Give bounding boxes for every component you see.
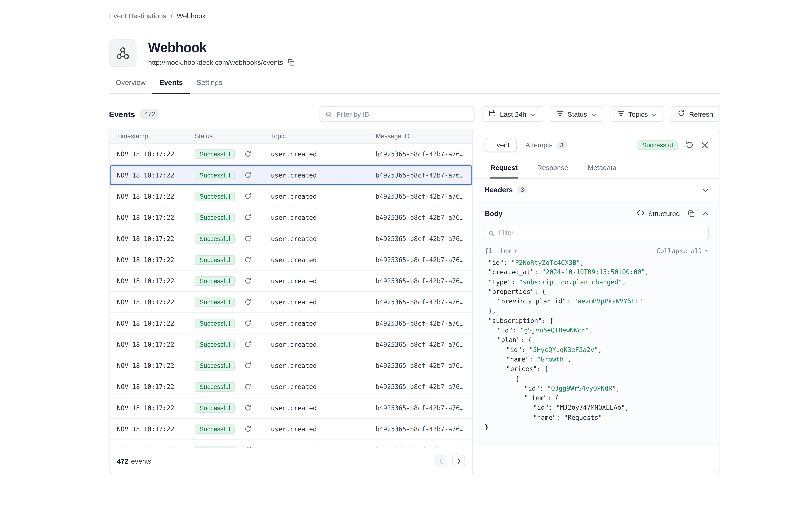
copy-url-icon[interactable] — [288, 59, 295, 66]
table-header: Timestamp Status Topic Message ID — [110, 129, 472, 144]
retry-icon[interactable] — [244, 193, 251, 200]
webhook-url: http://mock.hookdeck.com/webhooks/events — [148, 58, 283, 66]
json-line: "previous_plan_id": "aezmBVpPksWVY6FT" — [485, 297, 708, 306]
filter-by-id-input[interactable] — [320, 106, 474, 122]
row-message-id: b4925365-b8cf-42b7-a76… — [376, 341, 472, 348]
retry-icon[interactable] — [244, 299, 251, 305]
row-status-badge: Successful — [195, 319, 235, 328]
subtab-response[interactable]: Response — [536, 159, 569, 178]
tab-settings[interactable]: Settings — [190, 79, 229, 93]
table-row[interactable]: NOV 18 10:17:22Successfuluser.createdb49… — [110, 165, 472, 186]
row-timestamp: NOV 18 10:17:22 — [110, 214, 195, 221]
table-row[interactable]: NOV 18 10:17:22Successfuluser.createdb49… — [110, 292, 472, 313]
code-icon — [637, 209, 644, 217]
retry-icon[interactable] — [244, 404, 251, 411]
table-row[interactable]: NOV 18 10:17:22Successfuluser.createdb49… — [110, 313, 472, 334]
row-message-id: b4925365-b8cf-42b7-a76… — [376, 235, 472, 242]
refresh-button[interactable]: Refresh — [671, 106, 720, 122]
json-line: "name": "Requests" — [485, 413, 708, 422]
retry-icon[interactable] — [244, 256, 251, 263]
tab-overview[interactable]: Overview — [109, 79, 152, 93]
table-row[interactable]: NOV 18 10:17:22Successfuluser.createdb49… — [110, 186, 472, 207]
retry-icon[interactable] — [244, 235, 251, 242]
headers-section-toggle[interactable]: Headers 3 — [473, 178, 720, 201]
subtab-metadata[interactable]: Metadata — [587, 159, 617, 178]
table-row[interactable]: NOV 18 10:17:22Successfuluser.createdb49… — [110, 355, 472, 376]
retry-icon[interactable] — [244, 341, 251, 348]
table-row[interactable]: NOV 18 10:17:22Successfuluser.createdb49… — [110, 334, 472, 355]
body-label: Body — [485, 209, 503, 217]
close-panel-icon[interactable] — [702, 142, 708, 148]
table-row[interactable]: NOV 18 10:17:22Successfuluser.createdb49… — [110, 249, 472, 270]
retry-icon[interactable] — [244, 151, 251, 157]
filter-lines-icon — [556, 110, 563, 118]
time-range-button[interactable]: Last 24h — [482, 106, 542, 122]
retry-icon[interactable] — [244, 383, 251, 390]
topics-filter-button[interactable]: Topics — [610, 106, 664, 122]
json-line: "name": "Growth", — [485, 355, 708, 364]
table-row[interactable]: NOV 18 10:17:22Successfuluser.createdb49… — [110, 398, 472, 419]
headers-label: Headers — [485, 186, 513, 193]
breadcrumb-parent[interactable]: Event Destinations — [109, 12, 166, 20]
collapse-all-button[interactable]: Collapse all↑ — [656, 247, 708, 255]
calendar-icon — [489, 110, 496, 118]
arrow-up-icon: ↑ — [514, 248, 517, 255]
table-row[interactable]: NOV 18 10:17:22Successfuluser.createdb49… — [110, 270, 472, 292]
json-items-label[interactable]: {1 item↑ — [485, 247, 517, 255]
row-message-id: b4925365-b8cf-42b7-a76… — [376, 193, 472, 200]
body-filter-input[interactable] — [484, 226, 709, 240]
pagination-next-button[interactable] — [452, 455, 465, 468]
event-detail-panel: Event Attempts 3 Successful — [473, 129, 720, 474]
breadcrumb: Event Destinations / Webhook — [109, 12, 720, 20]
json-line: "id": "5HycQYuqK3eF5a2v", — [485, 345, 708, 355]
retry-icon[interactable] — [244, 447, 251, 448]
row-timestamp: NOV 18 10:17:22 — [110, 277, 195, 285]
table-row[interactable]: NOV 18 10:17:22Successfuluser.createdb49… — [110, 440, 472, 448]
row-status-badge: Successful — [195, 213, 235, 222]
table-row[interactable]: NOV 18 10:17:22Successfuluser.createdb49… — [110, 207, 472, 228]
table-row[interactable]: NOV 18 10:17:22Successfuluser.createdb49… — [110, 419, 472, 440]
json-line: "id": "QJgg9WrS4vyQPNdR", — [485, 384, 708, 394]
retry-icon[interactable] — [244, 277, 251, 284]
events-card: Timestamp Status Topic Message ID NOV 18… — [109, 129, 720, 474]
chevron-up-icon[interactable] — [702, 212, 708, 215]
panel-tab-event[interactable]: Event — [485, 138, 517, 152]
pagination-prev-button[interactable] — [434, 455, 447, 468]
table-row[interactable]: NOV 18 10:17:22Successfuluser.createdb49… — [110, 144, 472, 165]
panel-tab-attempts[interactable]: Attempts 3 — [526, 141, 567, 149]
search-icon — [325, 110, 332, 120]
structured-view-toggle[interactable]: Structured — [637, 209, 680, 217]
panel-subtabs: Request Response Metadata — [473, 159, 720, 178]
headers-count-badge: 3 — [517, 186, 527, 193]
app-window: Event Destinations / Webhook Webhook htt — [0, 12, 794, 532]
retry-icon[interactable] — [244, 362, 251, 369]
retry-icon[interactable] — [244, 320, 251, 327]
row-message-id: b4925365-b8cf-42b7-a76… — [376, 319, 472, 327]
json-line: "id": "MJ2oy747MNQXELAo", — [485, 403, 708, 413]
table-row[interactable]: NOV 18 10:17:22Successfuluser.createdb49… — [110, 376, 472, 397]
subtab-request[interactable]: Request — [490, 159, 518, 178]
row-topic: user.created — [271, 425, 376, 433]
row-timestamp: NOV 18 10:17:22 — [110, 256, 195, 264]
retry-event-icon[interactable] — [686, 141, 694, 149]
json-line: "created_at": "2024-10-10T09:15:50+00:00… — [485, 267, 708, 277]
chevron-down-icon — [531, 110, 535, 118]
row-topic: user.created — [271, 256, 376, 264]
row-timestamp: NOV 18 10:17:22 — [110, 193, 195, 200]
row-topic: user.created — [271, 298, 376, 306]
row-topic: user.created — [271, 319, 376, 327]
retry-icon[interactable] — [244, 214, 251, 221]
json-line: "plan": { — [485, 335, 708, 345]
row-topic: user.created — [271, 404, 376, 412]
status-filter-button[interactable]: Status — [550, 106, 603, 122]
row-topic: user.created — [271, 214, 376, 221]
tab-events[interactable]: Events — [152, 79, 190, 94]
row-message-id: b4925365-b8cf-42b7-a76… — [376, 446, 472, 448]
row-topic: user.created — [271, 277, 376, 285]
row-message-id: b4925365-b8cf-42b7-a76… — [376, 425, 472, 433]
retry-icon[interactable] — [244, 425, 251, 432]
copy-body-icon[interactable] — [688, 210, 695, 217]
table-row[interactable]: NOV 18 10:17:22Successfuluser.createdb49… — [110, 228, 472, 249]
retry-icon[interactable] — [244, 172, 251, 178]
footer-event-label: events — [131, 457, 151, 465]
